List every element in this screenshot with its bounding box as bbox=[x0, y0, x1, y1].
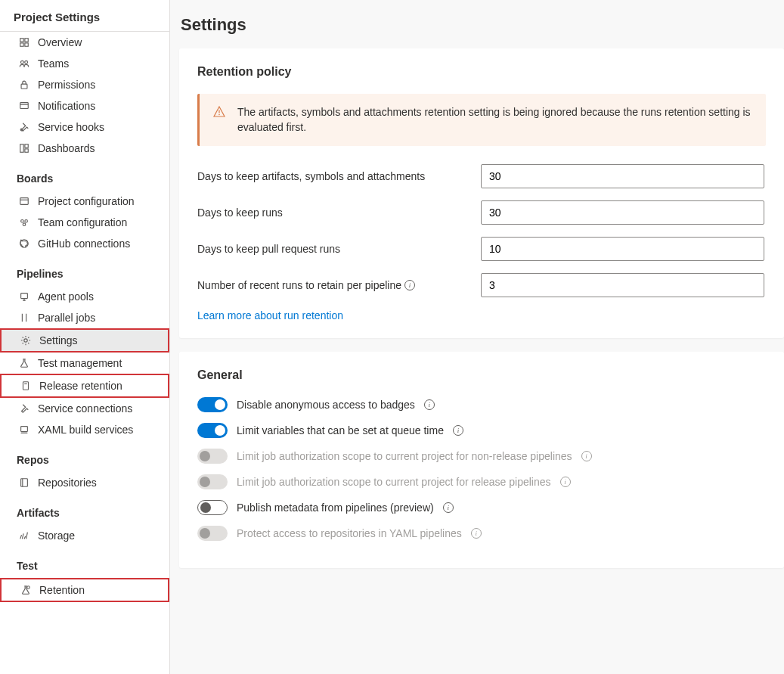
info-icon[interactable]: i bbox=[404, 280, 415, 290]
parallel-icon bbox=[18, 312, 30, 324]
toggle-row: Limit job authorization scope to current… bbox=[197, 474, 766, 489]
toggle-label: Limit variables that can be set at queue… bbox=[237, 424, 444, 436]
flask-icon bbox=[18, 357, 30, 369]
retention-input-2[interactable] bbox=[481, 237, 764, 261]
nav-label: Storage bbox=[38, 530, 75, 542]
svg-point-37 bbox=[218, 114, 220, 116]
nav-label: Overview bbox=[38, 36, 82, 48]
toggle-row: Publish metadata from pipelines (preview… bbox=[197, 500, 766, 515]
retention-label: Days to keep artifacts, symbols and atta… bbox=[197, 170, 481, 182]
info-icon[interactable]: i bbox=[453, 425, 463, 436]
github-icon bbox=[18, 238, 30, 250]
sidebar-item-project-configuration[interactable]: Project configuration bbox=[0, 191, 169, 212]
sidebar-item-service-connections[interactable]: Service connections bbox=[0, 398, 169, 419]
retention-row: Days to keep artifacts, symbols and atta… bbox=[197, 164, 766, 188]
sidebar-item-agent-pools[interactable]: Agent pools bbox=[0, 286, 169, 307]
toggle-row: Limit variables that can be set at queue… bbox=[197, 423, 766, 438]
svg-rect-3 bbox=[25, 43, 28, 46]
sidebar-item-release-retention[interactable]: Release retention2 bbox=[0, 374, 169, 398]
sidebar-item-github-connections[interactable]: GitHub connections bbox=[0, 233, 169, 254]
sidebar-item-dashboards[interactable]: Dashboards bbox=[0, 138, 169, 159]
svg-rect-27 bbox=[21, 427, 28, 432]
svg-rect-13 bbox=[20, 198, 29, 205]
toggle-4[interactable] bbox=[197, 500, 228, 515]
xaml-icon bbox=[18, 424, 30, 436]
retention-row: Number of recent runs to retain per pipe… bbox=[197, 273, 766, 297]
retention-row: Days to keep pull request runs bbox=[197, 237, 766, 261]
info-icon[interactable]: i bbox=[560, 477, 571, 487]
nav-label: Teams bbox=[38, 57, 69, 70]
sidebar-item-parallel-jobs[interactable]: Parallel jobs bbox=[0, 307, 169, 328]
retention-input-1[interactable] bbox=[481, 200, 764, 225]
repo-icon bbox=[18, 477, 30, 489]
svg-rect-12 bbox=[25, 149, 28, 152]
nav-label: Dashboards bbox=[38, 142, 95, 154]
svg-point-24 bbox=[24, 339, 27, 342]
main-content: Settings Retention policy The artifacts,… bbox=[170, 0, 784, 674]
dashboard-icon bbox=[18, 142, 30, 154]
nav-label: Settings bbox=[39, 334, 78, 346]
svg-rect-7 bbox=[20, 103, 29, 109]
toggle-1[interactable] bbox=[197, 423, 228, 438]
retention-card: Retention policy The artifacts, symbols … bbox=[179, 48, 784, 338]
retention-input-3[interactable] bbox=[481, 273, 764, 297]
svg-point-4 bbox=[20, 61, 23, 64]
section-head: Artifacts bbox=[0, 493, 169, 525]
sidebar-item-xaml-build-services[interactable]: XAML build services bbox=[0, 419, 169, 440]
toggle-2 bbox=[197, 449, 228, 464]
sidebar-item-notifications[interactable]: Notifications bbox=[0, 95, 169, 116]
nav-label: Test management bbox=[38, 357, 122, 369]
svg-rect-10 bbox=[20, 144, 23, 153]
sidebar-item-storage[interactable]: Storage bbox=[0, 525, 169, 546]
retention-title: Retention policy bbox=[197, 65, 766, 79]
team-config-icon bbox=[18, 216, 30, 228]
svg-point-5 bbox=[25, 61, 28, 64]
toggle-5 bbox=[197, 526, 228, 541]
info-icon[interactable]: i bbox=[424, 399, 435, 410]
nav-label: GitHub connections bbox=[38, 238, 130, 250]
nav-label: Permissions bbox=[38, 79, 95, 91]
sidebar-item-service-hooks[interactable]: Service hooks bbox=[0, 116, 169, 138]
lock-icon bbox=[18, 79, 30, 91]
general-title: General bbox=[197, 368, 766, 382]
toggle-label: Limit job authorization scope to current… bbox=[237, 450, 572, 462]
retention-input-0[interactable] bbox=[481, 164, 764, 188]
nav-label: Notifications bbox=[38, 100, 95, 112]
svg-line-34 bbox=[26, 533, 28, 539]
test-retention-icon bbox=[20, 584, 32, 596]
toggle-label: Disable anonymous access to badges bbox=[237, 399, 415, 411]
learn-more-link[interactable]: Learn more about run retention bbox=[197, 309, 343, 321]
sidebar-item-repositories[interactable]: Repositories bbox=[0, 472, 169, 493]
nav-label: Agent pools bbox=[38, 290, 94, 303]
overview-icon bbox=[18, 36, 30, 48]
nav-label: Repositories bbox=[38, 477, 97, 489]
toggle-0[interactable] bbox=[197, 397, 228, 412]
toggle-label: Protect access to repositories in YAML p… bbox=[237, 527, 462, 539]
info-icon[interactable]: i bbox=[443, 502, 454, 513]
sidebar-item-overview[interactable]: Overview bbox=[0, 32, 169, 53]
section-head: Test bbox=[0, 546, 169, 578]
toggle-3 bbox=[197, 474, 228, 489]
nav-label: XAML build services bbox=[38, 424, 133, 436]
sidebar-item-settings[interactable]: Settings1 bbox=[0, 328, 169, 353]
section-head: Pipelines bbox=[0, 254, 169, 286]
sidebar-item-team-configuration[interactable]: Team configuration bbox=[0, 212, 169, 233]
svg-rect-29 bbox=[21, 479, 28, 487]
info-icon[interactable]: i bbox=[581, 451, 592, 461]
nav-label: Parallel jobs bbox=[38, 312, 95, 324]
retention-label: Days to keep pull request runs bbox=[197, 243, 481, 255]
info-icon[interactable]: i bbox=[471, 528, 482, 539]
nav-label: Release retention bbox=[39, 380, 122, 392]
section-head: Boards bbox=[0, 159, 169, 191]
plug-icon bbox=[18, 121, 30, 133]
sidebar-item-retention[interactable]: Retention3 bbox=[0, 578, 169, 602]
section-head: Repos bbox=[0, 440, 169, 472]
general-card: General Disable anonymous access to badg… bbox=[179, 352, 784, 568]
toggle-label: Publish metadata from pipelines (preview… bbox=[237, 502, 434, 514]
sidebar-item-teams[interactable]: Teams bbox=[0, 53, 169, 74]
sidebar-title: Project Settings bbox=[0, 8, 169, 32]
sidebar-item-test-management[interactable]: Test management bbox=[0, 353, 169, 374]
toggle-row: Limit job authorization scope to current… bbox=[197, 449, 766, 464]
sidebar-item-permissions[interactable]: Permissions bbox=[0, 74, 169, 95]
notification-icon bbox=[18, 100, 30, 112]
